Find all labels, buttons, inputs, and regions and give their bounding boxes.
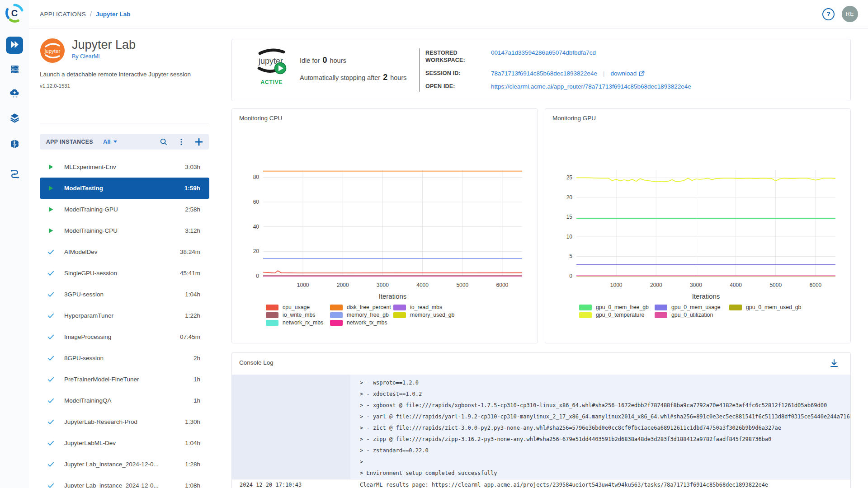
instance-row[interactable]: SingleGPU-session45:41m — [40, 263, 209, 284]
running-play-icon — [47, 184, 55, 192]
console-log-card: Console Log > - wsproto==1.2.0> - xdocte… — [231, 352, 851, 488]
console-log-body[interactable]: > - wsproto==1.2.0> - xdoctest==1.0.2> -… — [232, 375, 850, 488]
instance-row[interactable]: 3GPU-session1:04h — [40, 284, 209, 305]
breadcrumb-applications[interactable]: APPLICATIONS — [40, 11, 86, 18]
instance-duration: 3:03h — [180, 164, 200, 170]
instance-row[interactable]: ModelTraining-CPU3:12h — [40, 220, 209, 241]
legend-item[interactable]: gpu_0_utilization — [655, 312, 729, 318]
svg-text:5000: 5000 — [769, 282, 782, 288]
download-workspace-link[interactable]: download — [610, 70, 645, 77]
instance-name: SingleGPU-session — [64, 270, 117, 277]
application-panel: jupyter Jupyter Lab By ClearML Launch a … — [29, 29, 210, 488]
app-by-link[interactable]: By ClearML — [72, 53, 136, 60]
legend-item[interactable]: network_tx_mbs — [330, 319, 393, 326]
instance-row[interactable]: ImageProcessing07:45m — [40, 326, 209, 347]
instance-row[interactable]: ModelTrainingQA1h — [40, 390, 209, 411]
legend-item[interactable]: io_read_mbs — [393, 304, 454, 310]
instance-row[interactable]: ModelTraining-GPU2:58h — [40, 199, 209, 220]
completed-check-icon — [47, 418, 55, 426]
svg-text:2000: 2000 — [337, 282, 349, 288]
add-instance-icon[interactable] — [194, 137, 203, 146]
legend-swatch — [266, 312, 278, 318]
completed-check-icon — [47, 460, 55, 469]
nav-cloud-autoscaler[interactable] — [6, 85, 23, 102]
user-avatar[interactable]: RE — [842, 6, 858, 22]
session-id-value[interactable]: 78a71713f6914c85b68dec1893822e4e — [491, 70, 597, 77]
instance-duration: 1:28h — [180, 461, 200, 468]
legend-label: memory_free_gb — [347, 312, 389, 318]
open-ide-link[interactable]: https://clearml.acme.ai/app_router/78a71… — [491, 83, 691, 90]
restored-workspace-value[interactable]: 00147a1d33594286a65074dbfbdfa7cd — [491, 49, 691, 56]
gpu-chart-plot[interactable]: 1000200030004000500060000510152025Iterat… — [552, 165, 845, 301]
brain-icon — [9, 138, 20, 151]
nav-datasets[interactable] — [6, 110, 23, 127]
legend-item[interactable]: memory_used_gb — [393, 312, 454, 318]
search-icon[interactable] — [159, 137, 168, 146]
svg-text:Iterations: Iterations — [692, 292, 720, 300]
instance-row[interactable]: Jupyter Lab_instance_2024-12-0...1:28h — [40, 454, 209, 475]
log-footer-row: 2024-12-20 17:10:43 ClearML results page… — [232, 479, 850, 488]
legend-item[interactable]: io_write_mbs — [266, 312, 330, 318]
download-log-icon[interactable] — [829, 358, 840, 369]
instance-row[interactable]: 8GPU-session2h — [40, 347, 209, 369]
legend-item[interactable]: gpu_0_temperature — [579, 312, 655, 318]
completed-check-icon — [47, 375, 55, 384]
legend-swatch — [330, 320, 343, 326]
help-icon[interactable]: ? — [822, 8, 835, 20]
instance-name: 8GPU-session — [64, 355, 104, 361]
legend-label: disk_free_percent — [347, 304, 391, 310]
jupyter-session-logo: jupyter — [250, 47, 293, 78]
panel-divider — [40, 123, 209, 123]
nav-pipelines[interactable] — [6, 165, 23, 183]
instance-name: ModelTraining-GPU — [64, 206, 118, 213]
svg-text:3000: 3000 — [690, 282, 702, 288]
log-lines: > - wsproto==1.2.0> - xdoctest==1.0.2> -… — [350, 375, 850, 479]
app-title: Jupyter Lab — [72, 38, 136, 52]
clearml-logo[interactable]: C — [4, 3, 25, 23]
cpu-chart-plot[interactable]: 100020003000400050006000020406080Iterati… — [238, 165, 532, 301]
instance-duration: 1:30h — [180, 418, 200, 425]
app-version: v1.12.0-1531 — [40, 83, 70, 89]
log-footer-timestamp: 2024-12-20 17:10:43 — [232, 482, 350, 488]
legend-item[interactable]: cpu_usage — [266, 304, 330, 310]
server-icon — [9, 64, 20, 77]
instance-row[interactable]: MLExperiment-Env3:03h — [40, 156, 209, 178]
nav-ai-models[interactable] — [6, 136, 23, 153]
legend-item[interactable]: gpu_0_mem_usage — [655, 304, 729, 310]
log-footer-text[interactable]: ClearML results page: https://clearml-ap… — [350, 482, 768, 488]
instance-duration: 1:04h — [180, 440, 200, 446]
legend-item[interactable]: memory_free_gb — [330, 312, 393, 318]
completed-check-icon — [47, 354, 55, 362]
instance-name: ModelTesting — [64, 185, 103, 192]
instance-duration: 45:41m — [175, 270, 200, 277]
value-separator: | — [603, 70, 604, 77]
instance-row[interactable]: ModelTesting1:59h — [40, 178, 209, 199]
legend-item[interactable]: network_rx_mbs — [266, 319, 330, 326]
instance-row[interactable]: AIModelDev38:24m — [40, 241, 209, 263]
running-play-icon — [47, 163, 55, 171]
instance-name: ModelTraining-CPU — [64, 227, 118, 234]
instance-row[interactable]: PreTrainerModel-FineTuner1h — [40, 369, 209, 390]
instance-row[interactable]: HyperparamTuner1:22h — [40, 305, 209, 326]
legend-swatch — [266, 305, 278, 310]
legend-item[interactable]: disk_free_percent — [330, 304, 393, 310]
cpu-chart-title: Monitoring CPU — [239, 115, 282, 122]
svg-text:20: 20 — [253, 248, 259, 254]
instance-row[interactable]: Jupyter Lab_instance_2024-12-0...1:08h — [40, 475, 209, 488]
instance-row[interactable]: JupyterLab-Research-Prod1:30h — [40, 411, 209, 432]
legend-item[interactable]: gpu_0_mem_used_gb — [729, 304, 801, 310]
legend-swatch — [393, 305, 406, 310]
nav-workers[interactable] — [6, 61, 23, 79]
more-options-icon[interactable] — [177, 137, 186, 146]
running-play-icon — [47, 206, 55, 214]
instance-duration: 1:22h — [180, 312, 200, 319]
app-instances-list: MLExperiment-Env3:03hModelTesting1:59hMo… — [40, 156, 209, 488]
nav-applications[interactable] — [6, 37, 23, 54]
legend-item[interactable]: gpu_0_mem_free_gb — [579, 304, 655, 310]
instances-filter-dropdown[interactable]: All — [103, 138, 117, 145]
instance-duration: 2:58h — [180, 206, 200, 213]
svg-text:60: 60 — [253, 199, 259, 205]
instance-row[interactable]: JupyterLabML-Dev1:04h — [40, 432, 209, 454]
app-instances-title: APP INSTANCES — [46, 139, 93, 145]
legend-label: gpu_0_utilization — [671, 312, 713, 318]
